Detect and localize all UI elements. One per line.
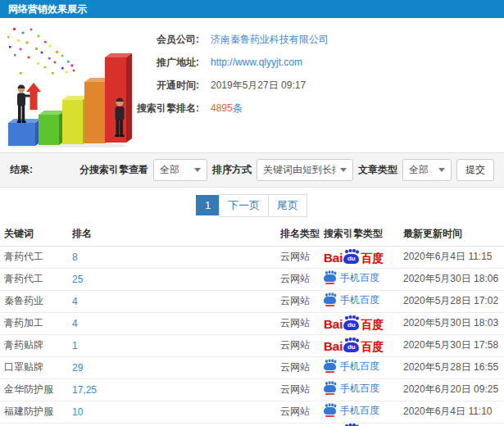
keyword-cell: 膏药代工 (0, 268, 68, 290)
rank-type-cell: 云网站 (276, 334, 320, 356)
rank-type-cell: 云网站 (276, 356, 320, 378)
time-cell: 2020年5月28日 17:02 (399, 290, 504, 312)
article-type-value: 全部 (409, 163, 434, 177)
keyword-cell: 口罩贴牌 (0, 356, 68, 378)
rank-cell[interactable]: 4 (68, 290, 276, 312)
pagination: 1 下一页 尾页 (0, 188, 504, 223)
filter-bar: 结果: 分搜索引擎查看 全部 排序方式 关键词由短到长排序 文章类型 全部 提交 (0, 152, 504, 188)
info-row: 搜索引擎排名:4895条 (135, 97, 329, 120)
engine-filter-value: 全部 (160, 163, 190, 177)
engine-filter-select[interactable]: 全部 (153, 159, 207, 181)
rank-type-cell: 云网站 (276, 401, 320, 423)
engine-cell: Baidu百度 (320, 312, 399, 334)
engine-cell: Baidu百度 (320, 246, 399, 268)
bar-green (39, 111, 65, 145)
col-header-keyword: 关键词 (0, 223, 68, 246)
mobile-baidu-icon[interactable]: 手机百度 (324, 293, 379, 306)
time-cell: 2020年6月4日 11:10 (399, 401, 504, 423)
rank-cell[interactable]: 29 (68, 356, 276, 378)
info-label: 搜索引擎排名: (135, 102, 199, 116)
info-label: 会员公司: (135, 33, 199, 47)
sort-filter-select[interactable]: 关键词由短到长排序 (257, 159, 353, 181)
info-value-link[interactable]: 济南秦鲁药业科技有限公司 (211, 33, 329, 47)
mobile-baidu-icon[interactable]: 手机百度 (324, 404, 379, 417)
table-row: 膏药贴牌1云网站Baidu百度2020年5月30日 17:58 (0, 334, 504, 356)
keyword-cell: 秦鲁药业 (0, 290, 68, 312)
engine-cell: 手机百度 (320, 401, 399, 423)
rank-type-cell: 云网站 (276, 246, 320, 268)
baidu-logo-icon[interactable]: Baidu百度 (324, 250, 384, 264)
growth-bar-chart-illustration (0, 23, 135, 147)
keyword-cell: 膏药代工 (0, 246, 68, 268)
engine-cell: 手机百度 (320, 378, 399, 401)
confetti-decoration (7, 28, 75, 75)
col-header-engine-type: 搜索引擎类型 (320, 223, 399, 246)
mobile-baidu-icon[interactable]: 手机百度 (324, 271, 379, 284)
table-row: 口罩贴牌29云网站手机百度2020年5月28日 16:55 (0, 356, 504, 378)
keyword-ranking-table: 关键词 排名 排名类型 搜索引擎类型 最新更新时间 膏药代工8云网站Baidu百… (0, 223, 504, 426)
info-label: 开通时间: (135, 79, 199, 93)
info-value: 4895条 (211, 102, 243, 116)
time-cell: 2020年6月4日 11:15 (399, 246, 504, 268)
rank-cell[interactable]: 4 (68, 312, 276, 334)
page-1-button[interactable]: 1 (196, 195, 220, 215)
sort-filter-value: 关键词由短到长排序 (263, 163, 336, 177)
engine-cell: 手机百度 (320, 290, 399, 312)
info-label: 推广地址: (135, 56, 199, 70)
rank-cell[interactable]: 17,25 (68, 378, 276, 401)
info-value-link[interactable]: http://www.qlyyjt.com (211, 57, 302, 68)
time-cell: 2020年5月30日 18:03 (399, 312, 504, 334)
rank-type-cell: 云网站 (276, 290, 320, 312)
col-header-update-time: 最新更新时间 (399, 223, 504, 246)
baidu-logo-icon[interactable]: Baidu百度 (324, 316, 384, 330)
info-list: 会员公司:济南秦鲁药业科技有限公司推广地址:http://www.qlyyjt.… (135, 28, 329, 120)
table-row: 金华防护服17,25云网站手机百度2020年6月20日 09:25 (0, 378, 504, 401)
submit-button[interactable]: 提交 (456, 159, 494, 181)
keyword-cell: 膏药贴牌 (0, 334, 68, 356)
table-row: 福建防护服10云网站手机百度2020年6月4日 11:10 (0, 401, 504, 423)
rank-cell[interactable]: 8 (68, 246, 276, 268)
time-cell: 2020年5月30日 18:06 (399, 268, 504, 290)
table-row: 秦鲁药业4云网站手机百度2020年5月28日 17:02 (0, 290, 504, 312)
rank-cell[interactable]: 25 (68, 268, 276, 290)
col-header-rank: 排名 (68, 223, 276, 246)
table-row: 膏药加工4云网站Baidu百度2020年5月30日 18:03 (0, 312, 504, 334)
table-row: Baidu百度 (0, 423, 504, 426)
rank-cell[interactable]: 10 (68, 401, 276, 423)
col-header-rank-type: 排名类型 (276, 223, 320, 246)
chevron-down-icon (194, 168, 201, 172)
marketing-effect-page: 网络营销效果展示 (0, 0, 504, 426)
engine-cell: Baidu百度 (320, 423, 399, 426)
rank-type-cell (276, 423, 320, 426)
page-title: 网络营销效果展示 (8, 3, 87, 15)
mobile-baidu-icon[interactable]: 手机百度 (324, 360, 379, 373)
time-cell: 2020年5月28日 16:55 (399, 356, 504, 378)
chevron-down-icon (340, 168, 347, 172)
table-header-row: 关键词 排名 排名类型 搜索引擎类型 最新更新时间 (0, 223, 504, 246)
last-page-button[interactable]: 尾页 (268, 194, 307, 217)
engine-cell: Baidu百度 (320, 334, 399, 356)
result-label: 结果: (10, 163, 33, 177)
baidu-logo-icon[interactable]: Baidu百度 (324, 338, 384, 352)
info-row: 会员公司:济南秦鲁药业科技有限公司 (135, 28, 329, 51)
page-header: 网络营销效果展示 (0, 0, 504, 18)
table-row: 膏药代工8云网站Baidu百度2020年6月4日 11:15 (0, 246, 504, 268)
table-row: 膏药代工25云网站手机百度2020年5月30日 18:06 (0, 268, 504, 290)
engine-filter-label: 分搜索引擎查看 (79, 163, 148, 177)
rank-type-cell: 云网站 (276, 378, 320, 401)
info-value: 2019年5月27日 09:17 (211, 79, 306, 93)
info-row: 推广地址:http://www.qlyyjt.com (135, 51, 329, 74)
member-info-section: 会员公司:济南秦鲁药业科技有限公司推广地址:http://www.qlyyjt.… (0, 18, 504, 152)
mobile-baidu-icon[interactable]: 手机百度 (324, 382, 379, 395)
rank-cell[interactable] (68, 423, 276, 426)
engine-cell: 手机百度 (320, 268, 399, 290)
article-type-select[interactable]: 全部 (402, 159, 452, 181)
keyword-cell: 膏药加工 (0, 312, 68, 334)
rank-cell[interactable]: 1 (68, 334, 276, 356)
chevron-down-icon (438, 168, 445, 172)
info-row: 开通时间:2019年5月27日 09:17 (135, 74, 329, 97)
next-page-button[interactable]: 下一页 (219, 194, 269, 217)
time-cell: 2020年6月20日 09:25 (399, 378, 504, 401)
rank-type-cell: 云网站 (276, 312, 320, 334)
keyword-cell: 福建防护服 (0, 401, 68, 423)
